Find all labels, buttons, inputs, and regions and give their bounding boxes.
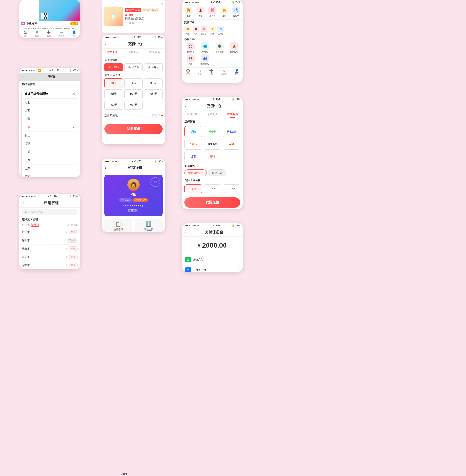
platform-migu[interactable]: 咪咕 xyxy=(204,151,221,162)
duration-1month[interactable]: 1个月 xyxy=(185,185,202,193)
order-pinduoduo[interactable]: 拼 拼多多 xyxy=(200,26,208,35)
city-shaoguan: 韶关市 + 申请 xyxy=(22,261,78,269)
province-neimeng[interactable]: 内蒙 xyxy=(22,115,78,123)
carrier-mobile[interactable]: 中国移动 xyxy=(104,63,123,71)
product-card[interactable]: 🥛 促销价 ¥19.26 补贴价¥31.25 ¥199.9 田牧食品旗舰店 月销… xyxy=(102,0,165,33)
carrier-unicom[interactable]: 中国联通 xyxy=(124,63,143,71)
nav-coupon[interactable]: 🎟优惠券 xyxy=(58,30,64,37)
wechat-pay-option[interactable]: 微 微信支付 › xyxy=(182,254,243,265)
order-meituan[interactable]: 美 美团 xyxy=(209,26,216,35)
platform-meituan[interactable]: 美 美团 xyxy=(219,7,229,17)
province-zhejiang[interactable]: 浙江 xyxy=(22,132,78,140)
platform-pinduoduo[interactable]: 拼 拼多多 xyxy=(207,7,218,17)
province-close-button[interactable]: ✕ xyxy=(72,92,75,96)
platform-xunlei[interactable]: 迅雷 xyxy=(185,151,202,162)
expand-icon[interactable]: + xyxy=(66,230,68,234)
amount-500[interactable]: 500元 xyxy=(124,100,143,110)
back-button-video[interactable]: ‹ xyxy=(185,104,186,108)
order-find[interactable]: 找 找到了 xyxy=(217,26,224,35)
tool-browse[interactable]: 🌐 浏览足迹 xyxy=(198,43,212,53)
download-contract-btn[interactable]: ⬇️ 下载合同 xyxy=(135,219,163,232)
team-link[interactable]: 管理团队 › xyxy=(108,209,159,212)
nav-post[interactable]: ➕发圈 xyxy=(47,30,51,37)
province-jiangxi[interactable]: 江西 xyxy=(22,156,78,164)
back-button-merchant[interactable]: ‹ xyxy=(105,166,106,170)
platform-tencent[interactable]: 腾讯视频 xyxy=(222,126,240,137)
platform-find[interactable]: 找 找到了 xyxy=(231,7,241,17)
tab-data-video[interactable]: 流量充值 xyxy=(202,110,222,118)
duration-12months[interactable]: 12个月 xyxy=(222,185,240,193)
expand-icon[interactable]: + xyxy=(63,239,65,243)
apply-btn-guangzhou[interactable]: 申请 xyxy=(69,230,78,234)
submit-video-btn[interactable]: 我要充值 xyxy=(185,197,240,208)
province-fujian[interactable]: 福建 xyxy=(22,140,78,148)
favorite-icon[interactable]: ♥ xyxy=(161,2,163,6)
type-youku-vip[interactable]: 优酷VIP会员 xyxy=(185,169,207,176)
back-button-recharge[interactable]: ‹ xyxy=(105,42,106,46)
province-guangdong[interactable]: 广东✓ xyxy=(22,123,78,132)
nav-mine-taobao[interactable]: 👤我的 xyxy=(235,69,239,75)
status-bar-payment: ●●●●○ VIRGIN 4:21 PM 🔋 22% xyxy=(182,223,243,228)
tab-video-member-active[interactable]: 视频会员 xyxy=(222,110,243,118)
tab-phone-recharge[interactable]: 话费充值 xyxy=(102,48,123,56)
platform-le[interactable]: 乐视 xyxy=(222,139,240,150)
order-taobao[interactable]: 淘 淘宝 xyxy=(184,26,191,35)
platform-youku[interactable]: 优酷 xyxy=(185,126,202,137)
province-row: 广东省 请选择 仅看可选 xyxy=(22,223,78,227)
amount-20[interactable]: 20元 xyxy=(124,78,143,88)
tool-merchant-team[interactable]: 👥 招商团队 xyxy=(198,54,212,65)
amount-30[interactable]: 30元 xyxy=(144,78,163,88)
agent-search-bar[interactable]: 🔍 搜索意向区域 xyxy=(22,209,78,215)
platform-mango[interactable]: 芒果TV xyxy=(185,139,202,150)
nav-mine[interactable]: 👤我的 xyxy=(72,30,76,37)
tab-data-recharge[interactable]: 流量充值 xyxy=(123,48,144,56)
amount-50[interactable]: 50元 xyxy=(104,89,123,99)
back-button-agent[interactable]: ‹ xyxy=(22,201,23,205)
nav-category-taobao[interactable]: ⊞分类 xyxy=(198,69,202,75)
amount-10[interactable]: 10元 xyxy=(104,78,123,88)
submit-recharge-btn[interactable]: 我要充值 xyxy=(104,124,163,134)
amount-300[interactable]: 300元 xyxy=(104,100,123,110)
nav-post-taobao[interactable]: ➕发圈 xyxy=(209,69,213,75)
apply-btn-shaoguan[interactable]: 申请 xyxy=(69,263,78,267)
payment-amount: ¥ 2000.00 xyxy=(182,237,243,254)
type-kumiao[interactable]: 酷喵会员 xyxy=(208,169,226,176)
province-shanxi[interactable]: 山西 xyxy=(22,107,78,115)
province-jiangsu[interactable]: 江苏 xyxy=(22,148,78,156)
platform-taobao[interactable]: 淘 淘宝 xyxy=(184,7,194,17)
city-list: 广州市 + 申请 深圳市 + 已占领 珠海市 + 申请 xyxy=(22,228,78,269)
view-contract-btn[interactable]: 📋 查看合同 xyxy=(104,219,132,232)
order-jd[interactable]: 京 京东 xyxy=(192,26,199,35)
province-select[interactable]: 请选择 xyxy=(31,223,39,227)
chevron-right-icon-2: › xyxy=(238,268,239,272)
platform-sohu[interactable]: 搜狐视频 xyxy=(204,139,221,150)
expand-icon[interactable]: + xyxy=(66,255,68,259)
nav-category[interactable]: ⊞分类 xyxy=(35,30,39,37)
tool-merchant[interactable]: 📢 招商 xyxy=(184,54,198,65)
expand-icon[interactable]: + xyxy=(66,247,68,251)
alipay-option[interactable]: 支 支付宝支付 › xyxy=(182,265,243,272)
province-shandong[interactable]: 山东 xyxy=(22,164,78,173)
agent-header: ‹ 申请代理 xyxy=(19,199,80,208)
tool-withdraw[interactable]: 💰 提现账号 xyxy=(227,43,241,53)
platform-jd[interactable]: 京 京东 xyxy=(195,7,206,17)
apply-btn-shantou[interactable]: 申请 xyxy=(69,255,78,259)
nav-home[interactable]: 🏠首页 xyxy=(23,30,27,37)
duration-3months[interactable]: 3个月 xyxy=(204,185,221,193)
back-button[interactable]: ‹ xyxy=(22,75,23,79)
apply-btn-zhuhai[interactable]: 申请 xyxy=(69,246,78,251)
tool-new-guide[interactable]: 👤 新人指引 xyxy=(213,43,226,53)
tool-customer-service[interactable]: 🎧 我的客服 xyxy=(184,43,198,53)
platform-iqiyi[interactable]: 爱奇艺 xyxy=(204,126,221,137)
amount-100[interactable]: 100元 xyxy=(124,89,143,99)
tab-video-member[interactable]: 视频会员 xyxy=(144,48,165,56)
expand-icon[interactable]: + xyxy=(66,263,68,267)
province-hebei[interactable]: 河北 xyxy=(22,99,78,107)
carrier-telecom[interactable]: 中国电信 xyxy=(144,63,163,71)
back-button-payment[interactable]: ‹ xyxy=(185,230,186,234)
nav-home-taobao[interactable]: 🏠首页 xyxy=(186,69,190,75)
province-henan[interactable]: 河南 xyxy=(22,173,78,177)
tab-phone-video[interactable]: 话费充值 xyxy=(182,110,202,118)
nav-coupon-taobao[interactable]: 🎟优惠券 xyxy=(221,69,227,75)
amount-200[interactable]: 200元 xyxy=(144,89,163,99)
